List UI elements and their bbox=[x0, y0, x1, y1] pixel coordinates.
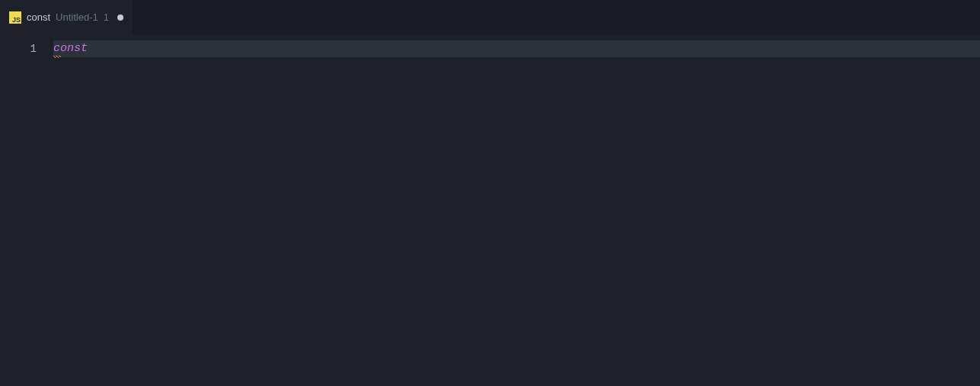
code-line[interactable]: const bbox=[53, 40, 980, 57]
editor-pane: 1 const bbox=[0, 34, 980, 386]
js-icon-label: JS bbox=[12, 17, 21, 24]
tab-bar: JS const Untitled-1 1 bbox=[0, 0, 980, 34]
warning-squiggle-icon bbox=[53, 56, 61, 58]
javascript-file-icon: JS bbox=[9, 11, 21, 24]
line-number-gutter: 1 bbox=[0, 34, 53, 386]
code-area[interactable]: const bbox=[53, 34, 980, 386]
tab-filename: Untitled-1 bbox=[56, 11, 98, 23]
editor-tab[interactable]: JS const Untitled-1 1 bbox=[0, 0, 133, 34]
tab-index: 1 bbox=[104, 11, 109, 23]
keyword-token: const bbox=[53, 40, 88, 57]
unsaved-indicator-icon[interactable] bbox=[117, 14, 123, 21]
line-number[interactable]: 1 bbox=[0, 40, 37, 57]
tab-title: const bbox=[27, 11, 50, 23]
